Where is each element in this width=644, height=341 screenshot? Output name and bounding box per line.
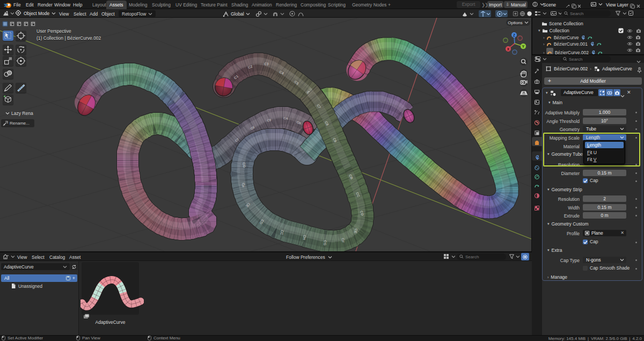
svg-text:Y: Y <box>522 45 525 48</box>
svg-text:Z: Z <box>513 33 515 37</box>
svg-text:C3: C3 <box>264 62 269 66</box>
svg-text:CF: CF <box>341 238 345 243</box>
svg-text:CA: CA <box>283 117 289 120</box>
svg-text:X: X <box>507 47 510 51</box>
svg-text:CG: CG <box>323 240 327 245</box>
